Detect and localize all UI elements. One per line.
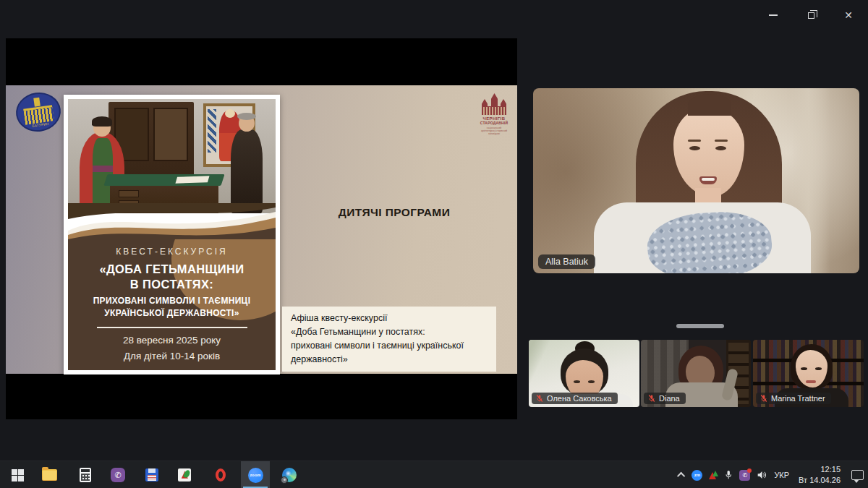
gallery-resize-handle[interactable] xyxy=(676,324,724,328)
tray-speaker-icon[interactable] xyxy=(757,470,767,480)
windows-logo-icon xyxy=(12,469,24,481)
baturyn-museum-logo: БАТУРИН xyxy=(14,90,64,134)
tray-date: Вт 14.04.26 xyxy=(799,476,841,484)
poster-wave-divider xyxy=(68,203,276,239)
zoom-meeting-window: ✕ БАТУРИН ЧЕРНІГІВ СТАРОДАВНІЙ національ… xyxy=(0,0,868,488)
tray-time: 12:15 xyxy=(820,465,841,474)
event-poster: КВЕСТ-ЕКСКУРСІЯ «ДОБА ГЕТЬМАНЩИНИ В ПОСТ… xyxy=(64,95,280,374)
tray-chevron-up-icon[interactable] xyxy=(677,472,685,480)
participant-nametag: Diana xyxy=(644,393,686,404)
language-indicator[interactable]: УКР xyxy=(774,471,789,479)
profile-avatar xyxy=(281,476,288,484)
red-flame-icon xyxy=(178,468,191,481)
window-controls: ✕ xyxy=(762,6,859,25)
poster-audience: Для дітей 10-14 років xyxy=(124,351,220,361)
start-button[interactable] xyxy=(3,461,32,488)
poster-date: 28 вересня 2025 року xyxy=(123,335,221,346)
participant-video-marina[interactable]: Marina Trattner xyxy=(753,340,864,407)
slide-section-heading: ДИТЯЧІ ПРОГРАМИ xyxy=(282,206,506,219)
tray-microphone-icon[interactable] xyxy=(724,469,733,481)
viber-icon: ✆ xyxy=(111,468,125,482)
notification-center-icon[interactable] xyxy=(851,470,864,480)
participant-nametag: Marina Trattner xyxy=(756,393,831,404)
screen-share-area: БАТУРИН ЧЕРНІГІВ СТАРОДАВНІЙ національни… xyxy=(6,38,517,419)
opera-icon xyxy=(216,468,226,481)
poster-title: «ДОБА ГЕТЬМАНЩИНИ В ПОСТАТЯХ: xyxy=(99,262,244,293)
taskbar-zoom-active[interactable]: zoom xyxy=(241,461,270,488)
minimize-icon[interactable] xyxy=(762,6,784,25)
poster-photo-museum-scene xyxy=(68,99,276,213)
muted-mic-icon xyxy=(647,394,656,403)
poster-subtitle: ПРИХОВАНІ СИМВОЛИ І ТАЄМНИЦІ УКРАЇНСЬКОЇ… xyxy=(93,295,251,320)
taskbar-opera[interactable] xyxy=(206,461,235,488)
slide-caption-box: Афіша квесту-екскурсії «Доба Гетьманщини… xyxy=(282,307,496,372)
logo-subtitle: національний архітектурно-історичний зап… xyxy=(480,127,508,135)
tray-clock[interactable]: 12:15 Вт 14.04.26 xyxy=(796,464,841,486)
edge-icon xyxy=(282,468,297,482)
logo-title-line2: СТАРОДАВНІЙ xyxy=(480,121,509,125)
muted-mic-icon xyxy=(760,394,768,403)
figure-dark-robe xyxy=(228,115,265,213)
windows-taskbar: ✆ zoom zm ✆ УКР 12:15 Вт 14.04.26 xyxy=(0,461,868,488)
participant-video-diana[interactable]: Diana xyxy=(641,340,751,407)
main-speaker-video[interactable]: Alla Batiuk xyxy=(533,88,859,273)
presentation-slide: БАТУРИН ЧЕРНІГІВ СТАРОДАВНІЙ національни… xyxy=(6,85,517,374)
chernihiv-starodavniy-logo: ЧЕРНІГІВ СТАРОДАВНІЙ національний архіте… xyxy=(477,90,511,147)
tray-updown-arrows-icon[interactable] xyxy=(709,471,718,479)
tray-viber-icon[interactable]: ✆ xyxy=(739,470,750,481)
poster-text-area: КВЕСТ-ЕКСКУРСІЯ «ДОБА ГЕТЬМАНЩИНИ В ПОСТ… xyxy=(68,239,276,370)
muted-mic-icon xyxy=(535,394,544,403)
cathedral-icon xyxy=(482,90,506,115)
restore-icon[interactable] xyxy=(800,6,822,25)
taskbar-calculator[interactable] xyxy=(71,461,100,488)
taskbar-edge[interactable] xyxy=(275,461,304,488)
poster-divider xyxy=(97,327,247,328)
taskbar-viber[interactable]: ✆ xyxy=(103,461,132,488)
participant-nametag: Олена Саковська xyxy=(532,393,618,404)
taskbar-media-app[interactable] xyxy=(170,461,199,488)
floppy-disk-icon xyxy=(145,468,158,481)
taskbar-floppy-app[interactable] xyxy=(137,461,166,488)
main-speaker-nametag: Alla Batiuk xyxy=(538,254,595,269)
participant-video-olena[interactable]: Олена Саковська xyxy=(529,340,639,407)
folder-icon xyxy=(42,469,57,481)
poster-eyebrow: КВЕСТ-ЕКСКУРСІЯ xyxy=(116,247,227,257)
taskbar-file-explorer[interactable] xyxy=(35,461,64,488)
calculator-icon xyxy=(80,468,91,482)
close-icon[interactable]: ✕ xyxy=(838,6,859,25)
zoom-app-icon: zoom xyxy=(248,468,263,483)
tray-zoom-icon[interactable]: zm xyxy=(692,470,702,481)
system-tray: zm ✆ УКР 12:15 Вт 14.04.26 xyxy=(679,461,864,488)
